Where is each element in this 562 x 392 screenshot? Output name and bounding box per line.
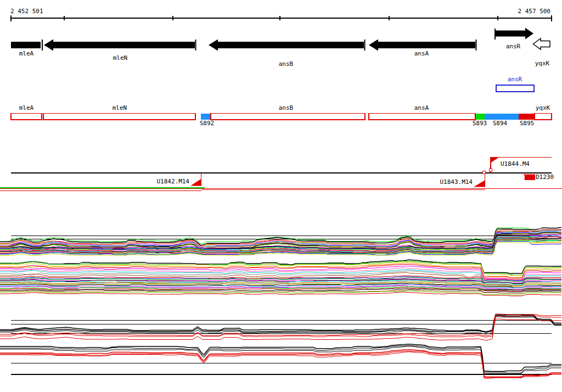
- gene-arrow-ansR[interactable]: [496, 28, 533, 40]
- segment-gene-label-ansA: ansA: [414, 105, 429, 111]
- gene-arrow-ansR-endbar: [494, 29, 496, 40]
- gene-arrow-mleN-endbar: [195, 40, 196, 51]
- shift-label-U1843: U1843.M14: [440, 179, 473, 185]
- gene-arrow-ansA-endbar: [476, 40, 477, 51]
- probe-group-lower-line: [0, 344, 561, 372]
- gene-arrow-ansA[interactable]: [369, 40, 475, 51]
- ansr-box-label: ansR: [508, 76, 522, 82]
- gene-label-ansA: ansA: [414, 51, 429, 57]
- expression-band-lower-line: [479, 290, 561, 290]
- u1842-flag[interactable]: [190, 179, 201, 186]
- shift-step-marker-1[interactable]: [483, 171, 486, 174]
- browser-canvas[interactable]: [0, 0, 562, 392]
- segment-box-ansB[interactable]: [211, 114, 365, 120]
- segment-label-S894: S894: [493, 120, 508, 126]
- gene-arrow-yqxK[interactable]: [533, 38, 550, 49]
- gene-label-ansB: ansB: [279, 61, 294, 67]
- gene-arrow-ansB[interactable]: [209, 40, 364, 51]
- segment-box-mleN[interactable]: [43, 114, 195, 120]
- u1844-flag[interactable]: [491, 158, 499, 163]
- shift-label-U1842: U1842.M14: [156, 178, 189, 184]
- d1230-box[interactable]: [525, 175, 535, 181]
- gene-arrow-ansB-endbar: [364, 40, 366, 51]
- probe-group-lower-line: [0, 346, 561, 374]
- segment-S892[interactable]: [201, 114, 210, 120]
- shift-step-marker-2[interactable]: [490, 169, 492, 172]
- segment-gene-label-mleN: mleN: [113, 105, 127, 111]
- segment-box-yqxK[interactable]: [535, 114, 552, 120]
- segment-label-S895: S895: [520, 120, 535, 126]
- segment-box-mleA[interactable]: [11, 114, 42, 120]
- segment-label-S893: S893: [473, 120, 487, 126]
- segment-gene-label-yqxK: yqxK: [536, 105, 550, 111]
- ruler-start-coordinate: 2 452 501: [10, 8, 43, 14]
- probe-group-upper-line: [0, 315, 561, 332]
- segment-S895[interactable]: [519, 114, 535, 120]
- genome-browser-view: 2 452 501 2 457 500 mleAmleNansBansAansR…: [0, 0, 562, 392]
- ansR-regulator-box[interactable]: [496, 85, 534, 92]
- gene-label-yqxK: yqxK: [535, 60, 550, 66]
- gene-arrow-mleN[interactable]: [44, 40, 195, 51]
- shift-label-U1844: U1844.M4: [501, 161, 530, 167]
- segment-box-ansA[interactable]: [369, 114, 475, 120]
- gene-label-mleA: mleA: [19, 51, 34, 57]
- shift-label-D1230: D1230: [536, 174, 554, 180]
- gene-arrow-mleA[interactable]: [11, 42, 41, 48]
- gene-label-mleN: mleN: [113, 55, 128, 61]
- segment-S894[interactable]: [485, 114, 519, 120]
- gene-arrow-mleA-endbar: [42, 40, 43, 51]
- gene-label-ansR: ansR: [506, 43, 521, 49]
- segment-gene-label-ansB: ansB: [279, 105, 294, 111]
- u1843-flag[interactable]: [474, 180, 485, 187]
- segment-gene-label-mleA: mleA: [19, 105, 34, 111]
- segment-S893[interactable]: [476, 114, 485, 120]
- ruler-end-coordinate: 2 457 500: [518, 8, 550, 14]
- segment-label-S892: S892: [200, 120, 215, 126]
